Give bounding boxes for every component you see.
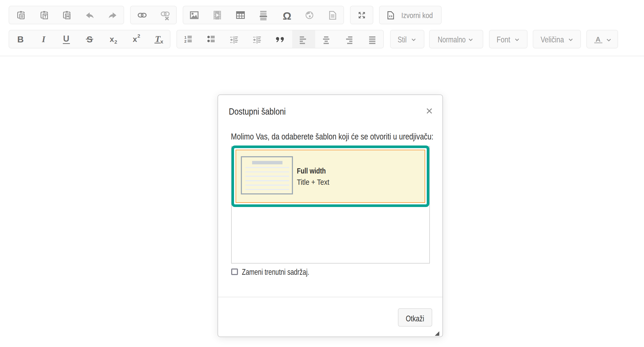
svg-text:2: 2	[184, 39, 186, 43]
